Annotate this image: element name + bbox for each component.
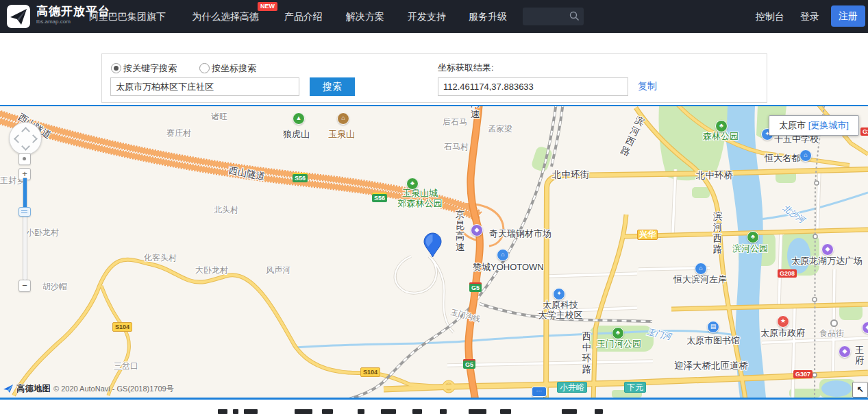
pan-right-icon[interactable] <box>29 134 38 143</box>
keyword-input[interactable] <box>110 77 299 96</box>
coordinate-result-input[interactable] <box>438 77 628 96</box>
map-label: 玉门河公园 <box>597 339 641 349</box>
result-label: 坐标获取结果: <box>438 62 494 74</box>
mall-icon: ◆ <box>839 345 851 358</box>
scenic-icon: ⌂ <box>337 112 349 125</box>
register-button[interactable]: 注册 <box>831 5 865 27</box>
map-label: 太原市政府 <box>760 328 805 338</box>
new-badge: NEW <box>258 2 277 11</box>
zoom-out-button[interactable]: − <box>18 280 31 292</box>
map-label: 西中环路 <box>582 331 592 375</box>
radio-coord-search[interactable] <box>199 63 210 73</box>
road-shield: S56 <box>372 193 387 202</box>
map-label: 北中环街 <box>552 169 589 180</box>
map-label: 迎泽大桥北匝道桥 <box>674 361 748 371</box>
pan-left-icon[interactable] <box>14 134 23 143</box>
road-shield: G5 <box>463 359 475 369</box>
footer-text-fragment <box>381 409 396 414</box>
footer-text-fragment <box>412 409 422 414</box>
nav-item-products[interactable]: 产品介绍 <box>284 0 323 33</box>
overview-map-toggle[interactable]: ↖ <box>852 382 868 398</box>
footer-text-fragment <box>440 409 447 414</box>
map-label: 小卧龙村 <box>26 228 59 238</box>
map-label: 化客头村 <box>144 253 177 263</box>
amap-logo-icon[interactable] <box>7 5 30 28</box>
map-label: 玉泉山城 郊森林公园 <box>390 188 449 208</box>
copy-link[interactable]: 复制 <box>638 80 657 93</box>
search-icon <box>569 11 580 21</box>
pan-down-icon[interactable] <box>21 142 30 151</box>
nav-item-solutions[interactable]: 解决方案 <box>346 0 384 33</box>
coordinate-search-panel: 按关键字搜索 按坐标搜索 搜索 坐标获取结果: 复制 <box>101 53 767 103</box>
street-icon <box>830 319 838 327</box>
residence-icon: ⌂ <box>695 263 707 275</box>
footer-text-fragment <box>295 409 312 414</box>
map-label: 诸旺 <box>211 112 227 122</box>
road-shield: G307 <box>793 370 813 378</box>
map-label: 北头村 <box>214 205 238 215</box>
map-label: 森林公园 <box>703 131 739 141</box>
nav-search-input[interactable] <box>523 8 584 25</box>
map-pan-control[interactable] <box>9 122 42 155</box>
university-icon: ✦ <box>553 288 565 300</box>
map-label: 风声河 <box>266 265 290 276</box>
map-label: 孟家梁 <box>488 124 512 134</box>
map-label: 赛庄村 <box>166 128 191 138</box>
map-canvas[interactable]: 诸旺赛庄村后石马孟家梁石马村北头村王封乡小卧龙村化客头村大卧龙村风声河胡沙帽三岔… <box>0 105 868 400</box>
map-label: 兴华 <box>637 230 658 240</box>
search-button[interactable]: 搜索 <box>310 77 355 96</box>
nav-item-service-upgrade[interactable]: 服务升级 <box>469 0 507 33</box>
footer-text-fragment <box>595 409 603 414</box>
map-pin[interactable] <box>423 232 442 258</box>
road-shield: G5 <box>469 282 482 292</box>
zoom-slider-track[interactable] <box>23 178 27 280</box>
map-label: 三岔口 <box>114 361 138 372</box>
market-icon: ◆ <box>471 224 483 236</box>
attribution-copyright: © 2020 AutoNavi - GS(2018)1709号 <box>53 384 174 394</box>
map-label: 滨河西路 <box>712 211 723 255</box>
road-shield: S104 <box>360 367 380 377</box>
footer-text-fragment <box>218 409 227 414</box>
map-label: 赞城YOHOTOWN <box>473 262 544 272</box>
map-label: 王府 <box>855 345 868 365</box>
footer-strip <box>0 400 868 414</box>
footer-text-fragment <box>322 409 333 414</box>
zoom-slider-handle[interactable] <box>18 207 31 217</box>
locate-dot-icon <box>23 157 26 160</box>
amap-open-platform-page: 高德开放平台 lbs.amap.com 阿里巴巴集团旗下 为什么选择高德 NEW… <box>0 0 868 414</box>
radio-keyword-search[interactable] <box>111 63 121 73</box>
road-shield: S56 <box>293 173 308 182</box>
footer-text-fragment <box>358 409 364 414</box>
login-link[interactable]: 登录 <box>800 0 819 33</box>
radio-keyword-label[interactable]: 按关键字搜索 <box>123 62 177 75</box>
change-city-link[interactable]: [更换城市] <box>808 120 849 130</box>
government-icon: ★ <box>777 315 789 328</box>
metro-entrance-icon: ⋯ <box>532 387 547 397</box>
map-label: 太原市图书馆 <box>686 335 740 345</box>
residence-icon: ⌂ <box>799 149 812 162</box>
footer-text-fragment <box>500 409 511 414</box>
map-label: 下元 <box>624 382 646 393</box>
map-label: 胡沙帽 <box>42 282 67 292</box>
zoom-slider-fill <box>23 178 27 211</box>
map-label: 滨河公园 <box>732 243 768 254</box>
console-link[interactable]: 控制台 <box>756 0 784 33</box>
map-label: 大卧龙村 <box>195 265 228 276</box>
nav-item-dev-support[interactable]: 开发支持 <box>408 0 446 33</box>
radio-coord-label[interactable]: 按坐标搜索 <box>212 62 256 75</box>
mall-icon: ◆ <box>821 243 834 256</box>
locate-button[interactable] <box>18 153 31 165</box>
park-icon: ♣ <box>715 120 728 132</box>
map-label: 后石马 <box>443 117 467 127</box>
park-icon: ♣ <box>747 231 759 243</box>
paper-plane-icon <box>7 5 30 28</box>
map-label: 石马村 <box>444 142 469 152</box>
pan-up-icon[interactable] <box>21 127 30 136</box>
road-shield: G208 <box>778 269 797 278</box>
residence-icon: ⌂ <box>497 249 509 261</box>
map-label: 玉泉山 <box>328 129 355 139</box>
city-selector: 太原市 [更换城市] <box>769 115 859 136</box>
nav-item-why-amap[interactable]: 为什么选择高德 <box>192 0 259 33</box>
top-nav-bar: 高德开放平台 lbs.amap.com 阿里巴巴集团旗下 为什么选择高德 NEW… <box>0 0 868 33</box>
nav-item-alibaba[interactable]: 阿里巴巴集团旗下 <box>89 0 166 33</box>
